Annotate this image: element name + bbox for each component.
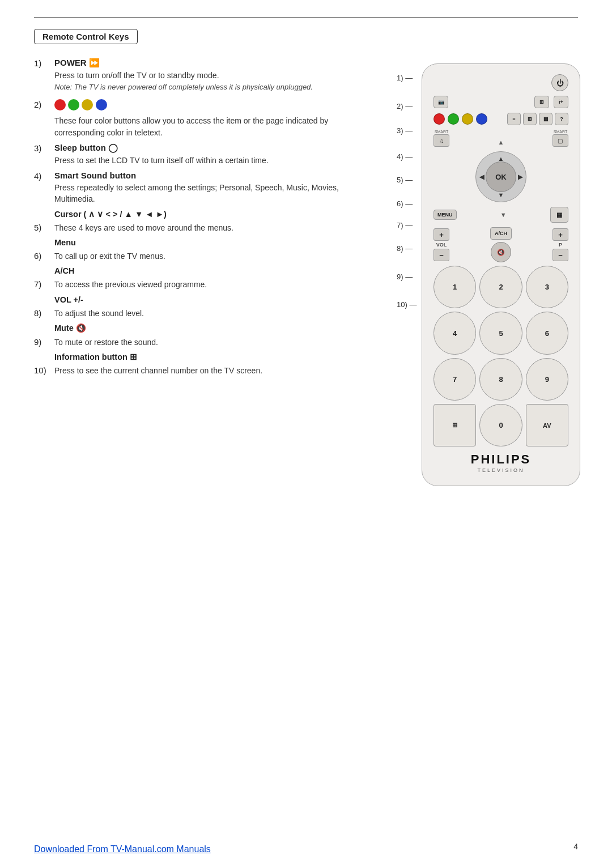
ach-desc: To access the previous viewed programme. xyxy=(54,279,368,290)
top-rule xyxy=(34,17,578,18)
remote-row-menu: MENU ▼ ▦ xyxy=(434,207,568,223)
page-number: 4 xyxy=(573,842,578,851)
btn-1[interactable]: 1 xyxy=(434,266,476,308)
mute-button[interactable]: 🔇 xyxy=(491,242,511,262)
remote-wrapper: 1) — 2) — 3) — 4) — 5) — 6) — 7) — 8) — … xyxy=(397,63,578,486)
mute-desc: To mute or restore the sound. xyxy=(54,337,368,348)
nav-left-arrow[interactable]: ◀ xyxy=(479,173,484,181)
power-title: POWER ⏩ xyxy=(54,58,368,68)
mute-subheading: Mute 🔇 xyxy=(34,324,368,333)
smart-sound-btn[interactable]: ♫ xyxy=(434,134,449,147)
remote-green-btn[interactable] xyxy=(448,113,459,125)
remote-body: ⏻ 📷 ⊞ i+ xyxy=(422,63,580,486)
nav-up-arrow[interactable]: ▲ xyxy=(498,155,504,162)
remote-row-smart: SMART ♫ ▲ SMART ▢ xyxy=(434,130,568,147)
footer-link[interactable]: Downloaded From TV-Manual.com Manuals xyxy=(34,844,211,854)
sleep-desc: Press to set the LCD TV to turn itself o… xyxy=(54,155,368,166)
vol-subheading: VOL +/- xyxy=(34,295,368,304)
teletext-btn[interactable]: 📷 xyxy=(434,96,448,108)
remote-row-2: 📷 ⊞ i+ xyxy=(434,96,568,108)
nav-down-arrow[interactable]: ▼ xyxy=(498,192,504,198)
remote-bottom-row: ⊞ 0 AV xyxy=(434,404,568,446)
ok-button[interactable]: OK xyxy=(486,161,516,192)
remote-nav-area: ▲ ▼ ◀ ▶ OK xyxy=(434,151,568,202)
btn-0[interactable]: 0 xyxy=(479,404,522,446)
remote-number-grid: 1 2 3 4 5 6 7 8 9 xyxy=(434,266,568,401)
htv-btn[interactable]: i+ xyxy=(554,96,568,108)
philips-logo: PHILIPS xyxy=(434,452,568,467)
brand-area: PHILIPS TELEVISION xyxy=(434,452,568,473)
section-title: Remote Control Keys xyxy=(34,29,138,44)
power-desc: Press to turn on/off the TV or to standb… xyxy=(54,70,368,81)
remote-red-btn[interactable] xyxy=(434,113,445,125)
item-power: 1) POWER ⏩ Press to turn on/off the TV o… xyxy=(34,58,368,91)
btn-9[interactable]: 9 xyxy=(526,358,568,401)
info-btn[interactable]: ⊞ xyxy=(534,96,549,108)
vol-minus-btn[interactable]: − xyxy=(434,249,449,261)
btn-2[interactable]: 2 xyxy=(479,266,522,308)
btn-4[interactable]: 4 xyxy=(434,312,476,354)
smart-sound-title: Smart Sound button xyxy=(54,171,368,180)
right-column: 1) — 2) — 3) — 4) — 5) — 6) — 7) — 8) — … xyxy=(397,58,578,486)
nav-right-arrow[interactable]: ▶ xyxy=(518,173,522,181)
color-desc: These four color buttons allow you to ac… xyxy=(54,115,368,138)
philips-sub: TELEVISION xyxy=(434,467,568,473)
power-button[interactable]: ⏻ xyxy=(551,74,568,91)
btn-3[interactable]: 3 xyxy=(526,266,568,308)
item-menu: 6) To call up or exit the TV menus. xyxy=(34,250,368,262)
item-info: 10) Press to see the current channel num… xyxy=(34,365,368,376)
remote-yellow-btn[interactable] xyxy=(462,113,473,125)
item-smart-sound: 4) Smart Sound button Press repeatedly t… xyxy=(34,171,368,205)
btn-7[interactable]: 7 xyxy=(434,358,476,401)
info-desc: Press to see the current channel number … xyxy=(54,365,368,376)
menu-subheading: Menu xyxy=(34,238,368,247)
p-plus-btn[interactable]: + xyxy=(552,228,568,241)
p-minus-btn[interactable]: − xyxy=(552,249,568,261)
blue-dot xyxy=(96,99,107,110)
remote-number-labels: 1) — 2) — 3) — 4) — 5) — 6) — 7) — 8) — … xyxy=(397,74,416,309)
vol-plus-btn[interactable]: + xyxy=(434,228,449,241)
help-btn[interactable]: ? xyxy=(555,113,568,125)
btn-8[interactable]: 8 xyxy=(479,358,522,401)
options-btn[interactable]: ▦ xyxy=(550,207,568,223)
item-sleep: 3) Sleep button ◯ Press to set the LCD T… xyxy=(34,143,368,166)
item-mute: 9) To mute or restore the sound. xyxy=(34,337,368,348)
item-ach: 7) To access the previous viewed program… xyxy=(34,279,368,290)
smart-picture-btn[interactable]: ▢ xyxy=(552,134,568,147)
text-btn[interactable]: ≡ xyxy=(507,113,521,125)
yellow-dot xyxy=(82,99,93,110)
item-vol: 8) To adjust the sound level. xyxy=(34,308,368,319)
av-btn[interactable]: AV xyxy=(526,404,568,446)
smart-sound-desc: Press repeatedly to select among the set… xyxy=(54,182,368,205)
ach-subheading: A/CH xyxy=(34,266,368,275)
remote-row-colors: ≡ ⊞ ▦ ? xyxy=(434,113,568,125)
remote-row-power: ⏻ xyxy=(434,74,568,91)
cursor-desc: These 4 keys are used to move around the… xyxy=(54,222,368,233)
cursor-subheading: Cursor ( ∧ ∨ < > / ▲ ▼ ◄ ►) xyxy=(34,210,368,219)
item-cursor: 5) These 4 keys are used to move around … xyxy=(34,222,368,233)
content-wrapper: 1) POWER ⏩ Press to turn on/off the TV o… xyxy=(34,58,578,486)
btn-5[interactable]: 5 xyxy=(479,312,522,354)
red-dot xyxy=(54,99,66,110)
page-container: Remote Control Keys 1) POWER ⏩ Press to … xyxy=(0,0,612,520)
info-small-btn[interactable]: ⊞ xyxy=(434,404,476,446)
btn-6[interactable]: 6 xyxy=(526,312,568,354)
sleep-title: Sleep button ◯ xyxy=(54,143,368,153)
menu-button[interactable]: MENU xyxy=(434,210,457,220)
remote-vol-ch-row: + VOL − A/CH 🔇 + P − xyxy=(434,227,568,262)
teletext2-btn[interactable]: ⊞ xyxy=(523,113,537,125)
green-dot xyxy=(68,99,79,110)
remote-blue-btn[interactable] xyxy=(476,113,487,125)
menu-desc: To call up or exit the TV menus. xyxy=(54,250,368,262)
vol-desc: To adjust the sound level. xyxy=(54,308,368,319)
left-column: 1) POWER ⏩ Press to turn on/off the TV o… xyxy=(34,58,374,486)
item-color: 2) These four color buttons allow you to… xyxy=(34,99,368,138)
ach-btn[interactable]: A/CH xyxy=(490,227,512,240)
sub-btn[interactable]: ▦ xyxy=(539,113,552,125)
nav-ring: ▲ ▼ ◀ ▶ OK xyxy=(475,151,526,202)
power-note: Note: The TV is never powered off comple… xyxy=(54,83,368,91)
info-subheading: Information button ⊞ xyxy=(34,352,368,361)
